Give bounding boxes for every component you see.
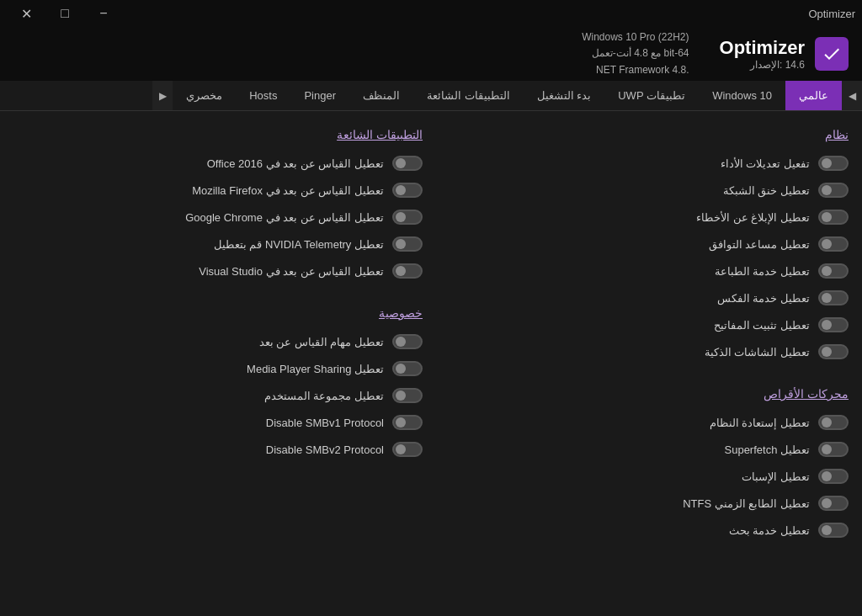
minimize-button[interactable]: − [84,0,123,27]
label-smbv1: Disable SMBv1 Protocol [266,417,384,429]
list-item: تعطيل مهام القياس عن بعد [13,330,423,353]
list-item: Disable SMBv1 Protocol [13,411,423,434]
header-info: Windows 10 Pro (22H2) 64-bit مع 4.8 أنت-… [582,29,689,78]
list-item: تعطيل مساعد التوافق [439,232,849,256]
logo-icon [815,37,849,71]
label-compat: تعطيل مساعد التوافق [709,238,810,251]
label-smart: تعطيل الشاشات الذكية [705,346,810,358]
label-firefox: تعطيل القياس عن بعد في Mozilla Firefox [192,184,384,197]
tab-uwp[interactable]: تطبيقات UWP [604,81,699,110]
toggle-network[interactable] [818,183,849,198]
left-column: نظام تفعيل تعديلات الأداء تعطيل خنق الشب… [439,125,849,603]
info-line1: Windows 10 Pro (22H2) [582,29,689,45]
right-column: التطبيقات الشائعة تعطيل القياس عن بعد في… [13,125,423,603]
list-item: تعطيل خنق الشبكة [439,178,849,202]
list-item: تعطيل تثبيت المفاتيح [439,313,849,337]
logo-box: Optimizer 14.6 :الإصدار [720,37,849,71]
label-hibernate: تعطيل الإسبات [742,470,810,483]
label-restore: تعطيل إستعادة النظام [710,417,810,429]
list-item: تعطيل خدمة بحث [439,518,849,542]
list-item: تعطيل القياس عن بعد في Mozilla Firefox [13,178,423,202]
toggle-keys[interactable] [818,317,849,332]
list-item: Disable SMBv2 Protocol [13,438,423,461]
tab-startup[interactable]: بدء التشغيل [524,81,605,110]
toggle-telemetry-tasks[interactable] [392,334,423,349]
label-perf: تفعيل تعديلات الأداء [721,157,810,170]
label-vstudio: تعطيل القياس عن بعد في Visual Studio [199,265,384,278]
toggle-vstudio[interactable] [392,263,423,279]
list-item: تعطيل NVIDIA Telemetry قم بتعطيل [13,232,423,256]
info-line2: 64-bit مع 4.8 أنت-تعمل [582,45,689,61]
label-print: تعطيل خدمة الطباعة [715,265,810,278]
app-title: Optimizer [808,8,855,20]
nav-bar: ◀ عالمي Windows 10 تطبيقات UWP بدء التشغ… [0,81,862,111]
label-search: تعطيل خدمة بحث [729,524,810,537]
list-item: تعطيل إستعادة النظام [439,411,849,434]
list-item: تعطيل الطابع الزمني NTFS [439,491,849,515]
toggle-superfetch[interactable] [818,442,849,457]
toggle-hibernate[interactable] [818,469,849,484]
header: Optimizer 14.6 :الإصدار Windows 10 Pro (… [0,27,862,81]
label-fax: تعطيل خدمة الفكس [717,292,810,305]
toggle-chrome[interactable] [392,210,423,225]
toggle-homegroup[interactable] [392,388,423,403]
label-errors: تعطيل الإبلاغ عن الأخطاء [696,211,810,224]
title-bar-left: Optimizer [808,8,855,20]
toggle-restore[interactable] [818,415,849,430]
list-item: تعطيل القياس عن بعد في Visual Studio [13,259,423,283]
label-ntfs: تعطيل الطابع الزمني NTFS [683,497,810,510]
list-item: تعطيل Media Player Sharing [13,357,423,380]
toggle-office[interactable] [392,156,423,171]
list-item: تفعيل تعديلات الأداء [439,151,849,175]
toggle-smbv2[interactable] [392,442,423,457]
common-apps-section-title: التطبيقات الشائعة [13,128,423,141]
tab-common[interactable]: التطبيقات الشائعة [413,81,524,110]
label-chrome: تعطيل القياس عن بعد في Google Chrome [185,211,384,224]
toggle-print[interactable] [818,263,849,279]
title-bar-controls: − □ ✕ [7,0,123,27]
system-section-title: نظام [439,128,849,141]
toggle-firefox[interactable] [392,183,423,198]
list-item: تعطيل القياس عن بعد في Office 2016 [13,151,423,175]
label-superfetch: تعطيل Superfetch [725,443,811,456]
tab-windows10[interactable]: Windows 10 [699,81,785,110]
nav-prev-button[interactable]: ◀ [842,81,862,110]
toggle-search[interactable] [818,523,849,538]
toggle-media-sharing[interactable] [392,361,423,376]
list-item: تعطيل القياس عن بعد في Google Chrome [13,205,423,229]
privacy-section-title: خصوصية [13,306,423,320]
app-version: 14.6 :الإصدار [720,59,805,71]
toggle-smbv1[interactable] [392,415,423,430]
list-item: تعطيل Superfetch [439,438,849,461]
list-item: تعطيل خدمة الفكس [439,286,849,310]
label-office: تعطيل القياس عن بعد في Office 2016 [207,157,384,170]
logo-text: Optimizer 14.6 :الإصدار [720,37,805,71]
toggle-smart[interactable] [818,344,849,359]
toggle-compat[interactable] [818,236,849,252]
tab-pinger[interactable]: Pinger [290,81,349,110]
label-homegroup: تعطيل مجموعة المستخدم [264,390,384,402]
list-item: تعطيل الإبلاغ عن الأخطاء [439,205,849,229]
tab-hosts[interactable]: Hosts [236,81,290,110]
toggle-errors[interactable] [818,210,849,225]
maximize-button[interactable]: □ [45,0,84,27]
list-item: تعطيل الشاشات الذكية [439,340,849,364]
toggle-nvidia[interactable] [392,236,423,252]
tab-cleaner[interactable]: المنظف [349,81,413,110]
label-smbv2: Disable SMBv2 Protocol [266,443,384,456]
tab-custom[interactable]: مخصري [173,81,236,110]
title-bar: Optimizer − □ ✕ [0,0,862,27]
label-telemetry-tasks: تعطيل مهام القياس عن بعد [259,336,384,348]
app-name: Optimizer [720,37,805,59]
drives-section-title: محركات الأقراص [439,387,849,401]
nav-next-button[interactable]: ▶ [152,81,173,110]
toggle-ntfs[interactable] [818,496,849,511]
label-media-sharing: تعطيل Media Player Sharing [247,363,384,375]
list-item: تعطيل مجموعة المستخدم [13,384,423,407]
label-nvidia: تعطيل NVIDIA Telemetry قم بتعطيل [214,238,384,251]
tab-global[interactable]: عالمي [785,81,842,110]
list-item: تعطيل الإسبات [439,465,849,488]
toggle-fax[interactable] [818,290,849,305]
toggle-perf[interactable] [818,156,849,171]
close-button[interactable]: ✕ [7,0,45,27]
